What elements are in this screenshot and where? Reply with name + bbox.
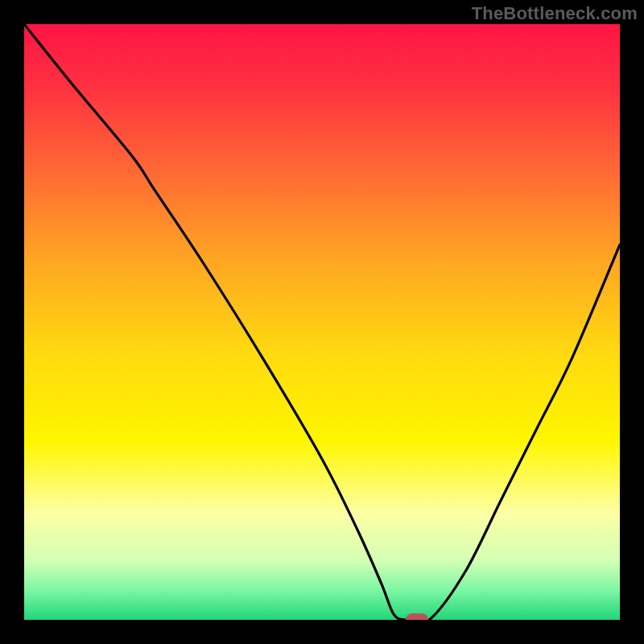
optimal-marker (406, 613, 428, 620)
chart-container: TheBottleneck.com (0, 0, 644, 644)
watermark-label: TheBottleneck.com (472, 3, 638, 24)
bottleneck-curve (24, 24, 620, 620)
plot-area (24, 24, 620, 620)
